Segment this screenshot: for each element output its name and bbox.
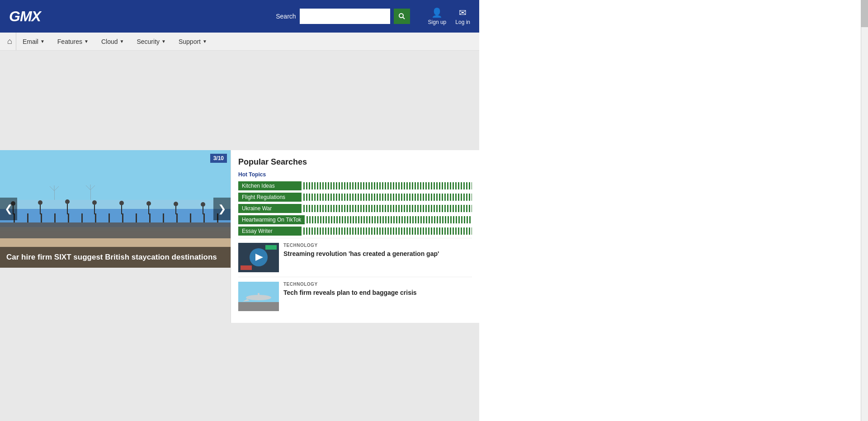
svg-point-34: [146, 201, 151, 206]
svg-point-32: [119, 201, 124, 205]
svg-rect-14: [108, 213, 110, 222]
search-bar-label: Kitchen Ideas: [238, 181, 302, 190]
svg-point-28: [65, 199, 70, 204]
slide-counter: 3/10: [210, 154, 227, 163]
svg-rect-17: [149, 213, 151, 222]
nav-cloud[interactable]: Cloud ▼: [95, 33, 131, 50]
svg-rect-39: [54, 191, 55, 200]
chevron-down-icon: ▼: [203, 39, 207, 44]
search-area: Search: [276, 9, 410, 24]
login-label: Log in: [455, 19, 470, 25]
news-slider: 3/10 ❮ ❯ Car hire firm SIXT suggest Brit…: [0, 150, 231, 323]
nav-security-label: Security: [137, 38, 160, 45]
nav-home[interactable]: ⌂: [4, 33, 16, 50]
hot-topics-label: Hot Topics: [238, 171, 472, 178]
nav-email-label: Email: [23, 38, 38, 45]
gmx-logo[interactable]: GMX: [9, 8, 41, 25]
svg-rect-27: [67, 203, 68, 214]
search-bar-flight[interactable]: Flight Regulations: [238, 193, 472, 202]
slide-caption: Car hire firm SIXT suggest British stayc…: [0, 247, 231, 268]
svg-rect-53: [238, 302, 279, 311]
svg-rect-8: [27, 213, 28, 222]
search-bar-fill: [303, 182, 472, 189]
search-label: Search: [276, 13, 296, 20]
svg-rect-50: [241, 265, 252, 270]
news-category: TECHNOLOGY: [283, 282, 417, 287]
svg-rect-33: [148, 204, 149, 214]
article-thumbnail: [238, 243, 279, 272]
news-article-streaming[interactable]: TECHNOLOGY Streaming revolution 'has cre…: [238, 238, 472, 277]
right-panel: [479, 0, 868, 421]
signup-label: Sign up: [428, 19, 447, 25]
search-bar-label: Heartwarming On TikTok: [238, 215, 305, 224]
nav-support[interactable]: Support ▼: [172, 33, 213, 50]
search-bar-label: Essay Writer: [238, 227, 302, 236]
svg-rect-21: [203, 213, 205, 222]
scrollbar-track[interactable]: [861, 0, 868, 421]
slider-prev-button[interactable]: ❮: [0, 198, 17, 220]
svg-point-30: [92, 200, 97, 205]
svg-line-1: [403, 17, 405, 19]
svg-rect-6: [0, 222, 231, 238]
main-nav: ⌂ Email ▼ Features ▼ Cloud ▼ Security ▼ …: [0, 33, 479, 51]
svg-rect-9: [41, 213, 42, 222]
scrollbar-thumb[interactable]: [861, 0, 868, 27]
content-row: 3/10 ❮ ❯ Car hire firm SIXT suggest Brit…: [0, 150, 479, 323]
mail-icon: ✉: [459, 7, 467, 18]
nav-security[interactable]: Security ▼: [130, 33, 172, 50]
popular-searches-title: Popular Searches: [238, 157, 472, 167]
svg-rect-16: [136, 213, 137, 222]
svg-point-36: [174, 202, 178, 206]
search-button[interactable]: [394, 9, 410, 24]
search-bar-fill: [303, 194, 472, 201]
svg-rect-10: [54, 213, 56, 222]
svg-rect-35: [175, 205, 176, 214]
svg-rect-25: [40, 203, 41, 214]
chevron-down-icon: ▼: [161, 39, 166, 44]
search-input[interactable]: [300, 9, 390, 24]
nav-email[interactable]: Email ▼: [16, 33, 51, 50]
news-title: Streaming revolution 'has created a gene…: [283, 250, 439, 258]
tech-thumb-img: [238, 282, 279, 311]
nav-features[interactable]: Features ▼: [51, 33, 95, 50]
svg-rect-18: [163, 213, 164, 222]
news-content: TECHNOLOGY Tech firm reveals plan to end…: [283, 282, 417, 311]
slider-next-button[interactable]: ❯: [213, 198, 231, 220]
chevron-down-icon: ▼: [120, 39, 124, 44]
article-thumbnail: [238, 282, 279, 311]
search-bar-kitchen[interactable]: Kitchen Ideas: [238, 181, 472, 190]
news-article-baggage[interactable]: TECHNOLOGY Tech firm reveals plan to end…: [238, 277, 472, 316]
search-bar-tiktok[interactable]: Heartwarming On TikTok: [238, 215, 472, 224]
home-icon: ⌂: [7, 37, 12, 46]
svg-rect-43: [90, 190, 91, 200]
search-bar-label: Ukraine War: [238, 204, 302, 213]
search-bar-fill: [303, 227, 472, 235]
svg-rect-12: [81, 213, 83, 222]
search-icon: [398, 13, 406, 20]
search-bar-fill: [303, 205, 472, 212]
svg-rect-11: [68, 213, 69, 222]
svg-rect-15: [122, 213, 123, 222]
news-title: Tech firm reveals plan to end baggage cr…: [283, 289, 417, 297]
svg-point-26: [38, 200, 42, 205]
nav-features-label: Features: [57, 38, 82, 45]
signup-action[interactable]: 👤 Sign up: [428, 7, 447, 25]
streaming-thumb-img: [238, 243, 279, 272]
header-actions: 👤 Sign up ✉ Log in: [428, 7, 470, 25]
chevron-down-icon: ▼: [84, 39, 89, 44]
slider-image: 3/10 ❮ ❯ Car hire firm SIXT suggest Brit…: [0, 150, 231, 268]
login-action[interactable]: ✉ Log in: [455, 7, 470, 25]
search-bar-ukraine[interactable]: Ukraine War: [238, 204, 472, 213]
popular-searches-panel: Popular Searches Hot Topics Kitchen Idea…: [231, 150, 479, 323]
advertisement-space: [0, 51, 479, 150]
svg-rect-29: [94, 203, 95, 214]
search-bar-label: Flight Regulations: [238, 193, 302, 202]
site-header: GMX Search 👤 Sign up ✉ Log: [0, 0, 479, 33]
svg-point-0: [399, 14, 403, 18]
user-icon: 👤: [431, 7, 443, 18]
svg-rect-20: [190, 213, 191, 222]
nav-cloud-label: Cloud: [101, 38, 118, 45]
svg-rect-19: [176, 213, 178, 222]
search-bar-essay[interactable]: Essay Writer: [238, 227, 472, 236]
nav-support-label: Support: [179, 38, 201, 45]
